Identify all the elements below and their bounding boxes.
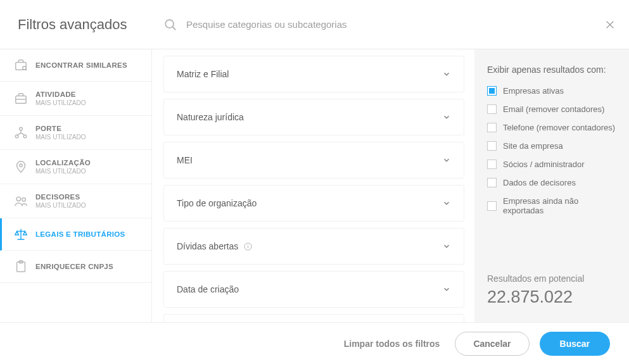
accordion-dividas-abertas[interactable]: Dívidas abertas — [163, 228, 464, 265]
accordion-matriz-filial[interactable]: Matriz e Filial — [163, 56, 464, 92]
map-pin-icon — [14, 160, 28, 174]
checkbox-label: Site da empresa — [503, 141, 563, 151]
sidebar-item-atividade[interactable]: ATIVIDADE MAIS UTILIZADO — [0, 82, 151, 116]
search-input[interactable] — [186, 19, 591, 30]
accordion-label: Matriz e Filial — [177, 69, 229, 79]
checkbox-icon — [487, 86, 497, 96]
checkbox-icon — [487, 141, 497, 151]
accordion-situacao-simples[interactable]: Situação modalidade simples — [163, 314, 464, 322]
result-value: 22.875.022 — [487, 287, 616, 307]
sidebar-item-label: LOCALIZAÇÃO — [35, 159, 91, 166]
svg-line-6 — [26, 70, 27, 71]
checkbox-icon — [487, 160, 497, 169]
page-title: Filtros avançados — [0, 16, 152, 33]
sidebar-item-label: ATIVIDADE — [35, 91, 86, 98]
checkbox-label: Empresas ativas — [503, 86, 564, 96]
chevron-down-icon — [442, 242, 451, 251]
chevron-down-icon — [442, 70, 451, 78]
checkbox-label: Telefone (remover contadores) — [503, 123, 615, 132]
svg-point-20 — [248, 244, 248, 245]
checkbox-icon — [487, 104, 497, 114]
results-panel: Exibir apenas resultados com: Empresas a… — [474, 49, 629, 322]
cancel-button[interactable]: Cancelar — [455, 332, 529, 356]
check-telefone[interactable]: Telefone (remover contadores) — [487, 123, 616, 132]
sidebar-item-label: DECISORES — [35, 193, 86, 201]
search-button[interactable]: Buscar — [540, 332, 610, 356]
sidebar-item-localizacao[interactable]: LOCALIZAÇÃO MAIS UTILIZADO — [0, 150, 151, 184]
checkbox-label: Empresas ainda não exportadas — [503, 196, 616, 215]
users-icon — [14, 194, 28, 208]
accordion-natureza-juridica[interactable]: Natureza jurídica — [163, 99, 464, 135]
result-label: Resultados em potencial — [487, 273, 616, 284]
svg-point-9 — [20, 127, 23, 130]
clipboard-icon — [14, 260, 28, 273]
accordion-label: Data de criação — [177, 284, 239, 294]
sidebar-item-sublabel: MAIS UTILIZADO — [35, 99, 86, 106]
sidebar-item-decisores[interactable]: DECISORES MAIS UTILIZADO — [0, 184, 151, 218]
org-icon — [14, 126, 28, 140]
accordion-label: MEI — [177, 155, 193, 165]
briefcase-search-icon — [14, 58, 28, 72]
sidebar-item-label: ENRIQUECER CNPJS — [35, 263, 113, 270]
briefcase-icon — [14, 92, 28, 106]
accordion-data-criacao[interactable]: Data de criação — [163, 271, 464, 308]
sidebar-item-sublabel: MAIS UTILIZADO — [35, 168, 91, 175]
check-decisores[interactable]: Dados de decisores — [487, 178, 616, 187]
svg-point-0 — [165, 20, 174, 28]
sidebar-item-porte[interactable]: PORTE MAIS UTILIZADO — [0, 116, 151, 150]
accordion-tipo-organizacao[interactable]: Tipo de organização — [163, 185, 464, 222]
check-email[interactable]: Email (remover contadores) — [487, 104, 616, 114]
chevron-down-icon — [442, 156, 451, 165]
chevron-down-icon — [442, 285, 451, 294]
accordion-label: Natureza jurídica — [177, 112, 244, 122]
check-empresas-ativas[interactable]: Empresas ativas — [487, 86, 616, 96]
checkbox-icon — [487, 123, 497, 132]
checkbox-icon — [487, 178, 497, 187]
accordion-mei[interactable]: MEI — [163, 142, 464, 179]
accordion-label: Dívidas abertas — [177, 241, 238, 251]
search-icon — [163, 18, 177, 32]
clear-filters-button[interactable]: Limpar todos os filtros — [344, 339, 440, 349]
scale-icon — [14, 227, 28, 241]
sidebar-item-enriquecer-cnpjs[interactable]: ENRIQUECER CNPJS — [0, 251, 151, 283]
check-site[interactable]: Site da empresa — [487, 141, 616, 151]
sidebar-item-sublabel: MAIS UTILIZADO — [35, 134, 86, 141]
checkbox-label: Sócios / administrador — [503, 160, 585, 169]
info-icon — [243, 242, 253, 251]
panel-title: Exibir apenas resultados com: — [487, 65, 616, 75]
close-icon — [605, 20, 615, 30]
check-socios[interactable]: Sócios / administrador — [487, 160, 616, 169]
svg-point-10 — [15, 135, 18, 138]
check-nao-exportadas[interactable]: Empresas ainda não exportadas — [487, 196, 616, 215]
sidebar: ENCONTRAR SIMILARES ATIVIDADE MAIS UTILI… — [0, 49, 152, 322]
chevron-down-icon — [442, 113, 451, 122]
svg-point-11 — [23, 135, 27, 138]
close-button[interactable] — [591, 20, 629, 30]
chevron-down-icon — [442, 199, 451, 208]
accordion-label: Tipo de organização — [177, 198, 257, 208]
sidebar-item-label: ENCONTRAR SIMILARES — [35, 61, 127, 69]
sidebar-item-sublabel: MAIS UTILIZADO — [35, 202, 86, 209]
sidebar-item-legais-tributarios[interactable]: LEGAIS E TRIBUTÁRIOS — [0, 218, 151, 251]
checkbox-label: Email (remover contadores) — [503, 104, 604, 114]
checkbox-label: Dados de decisores — [503, 178, 576, 187]
footer: Limpar todos os filtros Cancelar Buscar — [0, 322, 629, 364]
filters-list: Matriz e Filial Natureza jurídica MEI Ti… — [152, 49, 474, 322]
sidebar-item-label: LEGAIS E TRIBUTÁRIOS — [35, 230, 125, 238]
svg-line-1 — [172, 27, 175, 30]
svg-point-5 — [23, 66, 27, 70]
svg-point-14 — [22, 198, 26, 201]
header: Filtros avançados — [0, 0, 629, 49]
search-field[interactable] — [152, 18, 591, 32]
sidebar-item-encontrar-similares[interactable]: ENCONTRAR SIMILARES — [0, 49, 151, 82]
svg-point-12 — [20, 163, 23, 166]
sidebar-item-label: PORTE — [35, 125, 86, 132]
svg-point-13 — [16, 197, 20, 201]
checkbox-icon — [487, 201, 497, 211]
